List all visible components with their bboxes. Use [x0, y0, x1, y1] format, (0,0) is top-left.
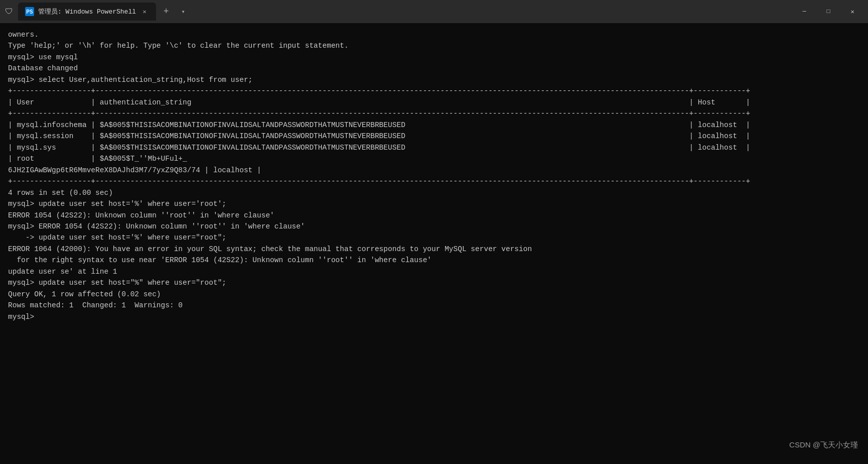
terminal-body[interactable]: owners. Type 'help;' or '\h' for help. T…	[0, 23, 868, 464]
terminal-line-error1: ERROR 1054 (42S22): Unknown column ''roo…	[8, 210, 860, 221]
table-row-4a: | root | $A$005$T_''Mb+UFul+_	[8, 153, 860, 164]
terminal-line-use-mysql: mysql> use mysql	[8, 52, 860, 63]
terminal-line-continuation: -> update user set host='%' where user="…	[8, 232, 860, 243]
terminal-line-cmd2: mysql> ERROR 1054 (42S22): Unknown colum…	[8, 221, 860, 232]
close-button[interactable]: ✕	[841, 3, 864, 21]
terminal-line-help: Type 'help;' or '\h' for help. Type '\c'…	[8, 40, 860, 51]
tab-close-button[interactable]: ✕	[140, 7, 149, 16]
terminal-line-cmd3: mysql> update user set host="%" where us…	[8, 277, 860, 288]
shield-icon: 🛡	[4, 7, 14, 17]
title-bar: 🛡 PS 管理员: Windows PowerShell ✕ + ▾ ─ □ ✕	[0, 0, 868, 23]
terminal-line-error2c: update user se' at line 1	[8, 266, 860, 277]
terminal-line-prompt: mysql>	[8, 311, 860, 322]
table-header: | User | authentication_string | Host |	[8, 97, 860, 108]
table-row-3: | mysql.sys | $A$005$THISISACOMBINATIONO…	[8, 142, 860, 153]
table-row-1: | mysql.infoschema | $A$005$THISISACOMBI…	[8, 120, 860, 131]
watermark: CSDN @飞天小女瑾	[789, 440, 858, 450]
table-border-mid: +------------------+--------------------…	[8, 108, 860, 119]
terminal-line-rows-matched: Rows matched: 1 Changed: 1 Warnings: 0	[8, 300, 860, 311]
dropdown-button[interactable]: ▾	[176, 5, 190, 19]
tab-group: PS 管理员: Windows PowerShell ✕ + ▾	[18, 3, 789, 21]
powershell-tab[interactable]: PS 管理员: Windows PowerShell ✕	[18, 3, 156, 21]
terminal-line-db-changed: Database changed	[8, 63, 860, 74]
table-border-bottom: +------------------+--------------------…	[8, 176, 860, 187]
terminal-line-rows-in-set: 4 rows in set (0.00 sec)	[8, 187, 860, 198]
terminal-line-error2b: for the right syntax to use near 'ERROR …	[8, 255, 860, 266]
table-border-top: +------------------+--------------------…	[8, 85, 860, 96]
table-row-4b: 6JH2IGAwBWgp6tR6MmveReX8DAJhd3M7/7yxZ9Q8…	[8, 165, 860, 176]
maximize-button[interactable]: □	[817, 3, 840, 21]
ps-icon: PS	[25, 7, 34, 16]
tab-label: 管理员: Windows PowerShell	[38, 7, 136, 16]
terminal-line-select: mysql> select User,authentication_string…	[8, 74, 860, 85]
window-controls: ─ □ ✕	[793, 3, 864, 21]
terminal-line-query-ok: Query OK, 1 row affected (0.02 sec)	[8, 289, 860, 300]
minimize-button[interactable]: ─	[793, 3, 816, 21]
terminal-line-error2: ERROR 1064 (42000): You have an error in…	[8, 244, 860, 255]
new-tab-button[interactable]: +	[158, 4, 174, 20]
terminal-line-owners: owners.	[8, 29, 860, 40]
terminal-line-update-cmd1: mysql> update user set host='%' where us…	[8, 198, 860, 209]
table-row-2: | mysql.session | $A$005$THISISACOMBINAT…	[8, 131, 860, 142]
